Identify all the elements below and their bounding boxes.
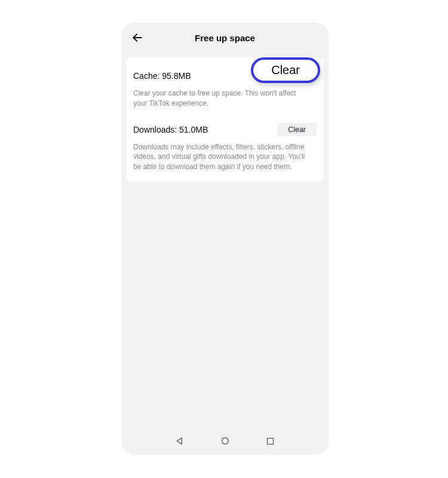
svg-rect-3 — [268, 438, 274, 444]
phone-screen: Free up space Cache: 95.8MB Clear Clear … — [121, 23, 329, 455]
cache-label: Cache: 95.8MB — [133, 71, 191, 81]
downloads-row: Downloads: 51.0MB Clear — [133, 122, 317, 137]
page-title: Free up space — [121, 33, 329, 43]
downloads-section: Downloads: 51.0MB Clear Downloads may in… — [133, 122, 317, 172]
cache-description: Clear your cache to free up space. This … — [133, 88, 306, 109]
header-bar: Free up space — [121, 23, 329, 50]
downloads-description: Downloads may include effects, filters, … — [133, 142, 306, 172]
back-arrow-icon[interactable] — [131, 31, 144, 44]
content-card: Cache: 95.8MB Clear Clear your cache to … — [126, 57, 324, 182]
clear-cache-button[interactable]: Clear — [251, 57, 320, 83]
clear-downloads-button[interactable]: Clear — [277, 123, 317, 136]
downloads-label: Downloads: 51.0MB — [133, 125, 208, 134]
cache-section: Cache: 95.8MB Clear Clear your cache to … — [133, 68, 317, 109]
svg-point-2 — [222, 438, 228, 445]
nav-back-icon[interactable] — [174, 436, 185, 446]
svg-marker-1 — [177, 438, 182, 445]
android-nav-bar — [121, 427, 329, 455]
nav-home-icon[interactable] — [220, 436, 231, 446]
nav-recent-icon[interactable] — [265, 436, 276, 446]
